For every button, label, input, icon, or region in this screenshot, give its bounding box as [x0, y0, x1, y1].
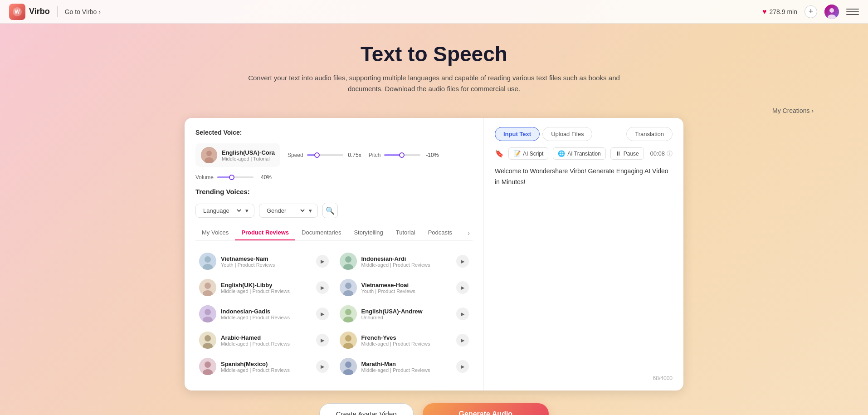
voice-play-button[interactable]: ▶: [456, 360, 469, 373]
bottom-actions: Create Avatar Video Generate Audio: [0, 391, 868, 415]
voice-play-button[interactable]: ▶: [456, 308, 469, 320]
voice-avatar: [199, 305, 216, 322]
left-panel: Selected Voice: English(USA)-Cora Middle…: [185, 118, 484, 391]
volume-slider[interactable]: [217, 176, 254, 178]
svg-point-30: [345, 309, 351, 315]
svg-point-27: [345, 283, 351, 289]
tab-tutorial[interactable]: Tutorial: [390, 225, 422, 240]
gender-filter[interactable]: Gender Male Female ▾: [259, 204, 318, 218]
selected-voice-avatar: [201, 147, 217, 163]
translation-tab[interactable]: Translation: [626, 127, 673, 141]
voice-controls: English(USA)-Cora Middle-aged | Tutorial…: [195, 143, 473, 181]
pause-button[interactable]: ⏸ Pause: [610, 147, 644, 160]
menu-button[interactable]: [846, 5, 859, 18]
voice-play-button[interactable]: ▶: [456, 334, 469, 347]
hero-subtitle: Convert your text into audio files, supp…: [239, 73, 629, 94]
voice-name: Spanish(Mexico): [221, 361, 312, 367]
svg-point-33: [345, 335, 351, 342]
ai-script-button[interactable]: 📝 AI Script: [508, 147, 548, 160]
ai-translation-icon: 🌐: [558, 150, 565, 157]
text-input[interactable]: [495, 166, 673, 366]
hero-section: Text to Speech Convert your text into au…: [0, 24, 868, 103]
speed-label: Speed: [288, 152, 303, 158]
voice-item-english-andrew[interactable]: English(USA)-Andrew Unhurried ▶: [336, 301, 473, 327]
voice-avatar: [340, 253, 357, 270]
voice-item-english-libby[interactable]: English(UK)-Libby Middle-aged | Product …: [195, 274, 332, 301]
tab-my-voices[interactable]: My Voices: [195, 225, 235, 240]
voice-info: Vietnamese-Hoai Youth | Product Reviews: [361, 282, 452, 294]
voice-meta: Middle-aged | Product Reviews: [361, 262, 452, 268]
input-text-tab[interactable]: Input Text: [495, 127, 540, 141]
my-creations-link[interactable]: My Creations ›: [0, 103, 868, 118]
voice-play-button[interactable]: ▶: [316, 308, 329, 320]
navbar: W Virbo Go to Virbo › ♥ 278.9 min +: [0, 0, 868, 24]
info-icon: ⓘ: [667, 150, 673, 158]
voice-play-button[interactable]: ▶: [316, 281, 329, 294]
generate-audio-button[interactable]: Generate Audio: [423, 403, 549, 415]
voice-item-indonesian-gadis[interactable]: Indonesian-Gadis Middle-aged | Product R…: [195, 301, 332, 327]
svg-point-21: [205, 361, 211, 368]
page-title: Text to Speech: [9, 42, 859, 66]
avatar[interactable]: [824, 5, 839, 19]
search-icon: 🔍: [326, 206, 335, 215]
upload-files-tab[interactable]: Upload Files: [542, 127, 592, 141]
voice-name: Vietnamese-Hoai: [361, 282, 452, 288]
tab-podcasts[interactable]: Podcasts: [422, 225, 458, 240]
voice-play-button[interactable]: ▶: [316, 255, 329, 268]
voice-list: Vietnamese-Nam Youth | Product Reviews ▶…: [195, 248, 473, 380]
tab-documentaries[interactable]: Documentaries: [295, 225, 347, 240]
voice-play-button[interactable]: ▶: [316, 360, 329, 373]
voice-item-spanish-mexico[interactable]: Spanish(Mexico) Middle-aged | Product Re…: [195, 353, 332, 380]
voice-item-indonesian-ardi[interactable]: Indonesian-Ardi Middle-aged | Product Re…: [336, 248, 473, 274]
language-select[interactable]: Language Vietnamese English Indonesian A…: [201, 207, 243, 215]
voice-name: French-Yves: [361, 334, 452, 341]
voice-name: Marathi-Man: [361, 361, 452, 367]
svg-point-36: [345, 361, 351, 368]
voice-play-button[interactable]: ▶: [316, 334, 329, 347]
search-button[interactable]: 🔍: [322, 203, 338, 218]
voice-meta: Unhurried: [361, 315, 452, 320]
filter-row: Language Vietnamese English Indonesian A…: [195, 203, 473, 218]
speed-slider[interactable]: [307, 154, 343, 156]
voice-info: Indonesian-Gadis Middle-aged | Product R…: [221, 308, 312, 320]
speed-control: Speed 0.75x: [288, 152, 361, 158]
voice-item-marathi-man[interactable]: Marathi-Man Middle-aged | Product Review…: [336, 353, 473, 380]
volume-value: 40%: [257, 174, 272, 181]
voice-avatar: [340, 305, 357, 322]
create-avatar-button[interactable]: Create Avatar Video: [319, 403, 414, 415]
bookmark-icon[interactable]: 🔖: [495, 149, 504, 158]
goto-virbo-link[interactable]: Go to Virbo ›: [65, 8, 101, 15]
tab-product-reviews[interactable]: Product Reviews: [235, 225, 295, 240]
voice-play-button[interactable]: ▶: [456, 255, 469, 268]
pitch-slider[interactable]: [384, 154, 420, 156]
voice-item-french-yves[interactable]: French-Yves Middle-aged | Product Review…: [336, 327, 473, 353]
selected-voice-label: Selected Voice:: [195, 129, 473, 136]
voice-item-vietnamese-nam[interactable]: Vietnamese-Nam Youth | Product Reviews ▶: [195, 248, 332, 274]
right-panel: Input Text Upload Files Translation 🔖 📝 …: [484, 118, 683, 391]
selected-voice-card[interactable]: English(USA)-Cora Middle-aged | Tutorial: [195, 143, 280, 167]
chevron-down-icon: ▾: [245, 207, 249, 214]
add-credits-button[interactable]: +: [805, 5, 817, 18]
logo[interactable]: W Virbo: [9, 4, 50, 20]
tabs-next-arrow[interactable]: ›: [465, 228, 473, 239]
voice-name: English(UK)-Libby: [221, 282, 312, 288]
language-filter[interactable]: Language Vietnamese English Indonesian A…: [195, 204, 254, 218]
tab-storytelling[interactable]: Storytelling: [347, 225, 389, 240]
svg-point-24: [345, 256, 351, 263]
voice-info: Arabic-Hamed Middle-aged | Product Revie…: [221, 334, 312, 347]
voice-info: Vietnamese-Nam Youth | Product Reviews: [221, 255, 312, 268]
voice-avatar: [199, 332, 216, 349]
voice-item-arabic-hamed[interactable]: Arabic-Hamed Middle-aged | Product Revie…: [195, 327, 332, 353]
svg-point-12: [205, 283, 211, 289]
voice-info: Indonesian-Ardi Middle-aged | Product Re…: [361, 255, 452, 268]
voice-avatar: [340, 358, 357, 375]
gender-select[interactable]: Gender Male Female: [265, 207, 306, 215]
voice-name: Arabic-Hamed: [221, 334, 312, 341]
volume-label: Volume: [195, 174, 214, 181]
voice-name: Vietnamese-Nam: [221, 255, 312, 262]
voice-play-button[interactable]: ▶: [456, 281, 469, 294]
selected-voice-info: English(USA)-Cora Middle-aged | Tutorial: [222, 149, 275, 161]
ai-translation-button[interactable]: 🌐 AI Translation: [553, 147, 605, 160]
voice-item-vietnamese-hoai[interactable]: Vietnamese-Hoai Youth | Product Reviews …: [336, 274, 473, 301]
right-tabs: Input Text Upload Files Translation: [495, 127, 673, 141]
